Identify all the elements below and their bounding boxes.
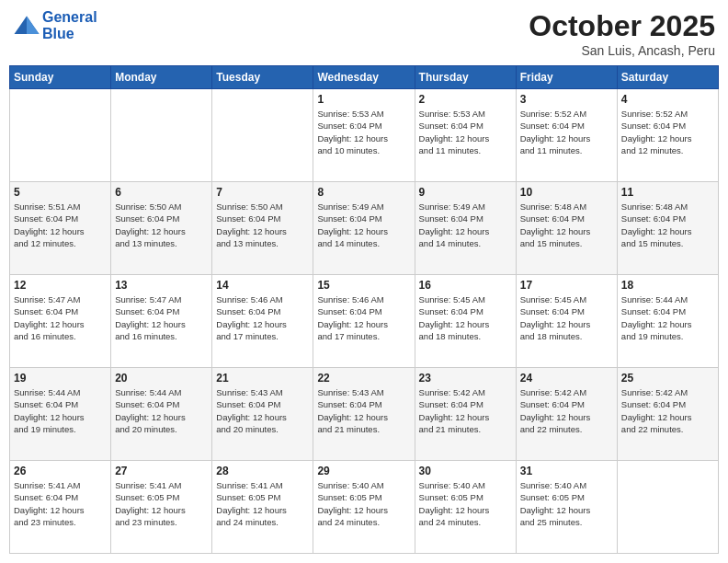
day-info: Sunrise: 5:46 AM Sunset: 6:04 PM Dayligh… — [317, 293, 410, 342]
calendar-cell: 21Sunrise: 5:43 AM Sunset: 6:04 PM Dayli… — [212, 368, 313, 461]
calendar-cell: 14Sunrise: 5:46 AM Sunset: 6:04 PM Dayli… — [212, 275, 313, 368]
calendar-cell: 8Sunrise: 5:49 AM Sunset: 6:04 PM Daylig… — [313, 182, 415, 275]
calendar-cell: 11Sunrise: 5:48 AM Sunset: 6:04 PM Dayli… — [617, 182, 718, 275]
calendar-cell: 19Sunrise: 5:44 AM Sunset: 6:04 PM Dayli… — [10, 368, 111, 461]
day-number: 4 — [621, 93, 714, 106]
day-info: Sunrise: 5:48 AM Sunset: 6:04 PM Dayligh… — [520, 201, 613, 249]
title-block: October 2025 San Luis, Ancash, Peru — [529, 9, 715, 58]
day-number: 20 — [115, 372, 208, 385]
day-info: Sunrise: 5:45 AM Sunset: 6:04 PM Dayligh… — [419, 293, 512, 342]
day-info: Sunrise: 5:49 AM Sunset: 6:04 PM Dayligh… — [317, 201, 410, 249]
calendar-cell: 23Sunrise: 5:42 AM Sunset: 6:04 PM Dayli… — [415, 368, 516, 461]
day-number: 8 — [317, 186, 410, 199]
day-info: Sunrise: 5:46 AM Sunset: 6:04 PM Dayligh… — [216, 293, 309, 342]
calendar-week-row: 5Sunrise: 5:51 AM Sunset: 6:04 PM Daylig… — [10, 182, 719, 275]
day-info: Sunrise: 5:44 AM Sunset: 6:04 PM Dayligh… — [115, 386, 208, 435]
logo-text-general: General — [42, 9, 97, 26]
calendar-header-row: SundayMondayTuesdayWednesdayThursdayFrid… — [10, 66, 719, 89]
day-info: Sunrise: 5:52 AM Sunset: 6:04 PM Dayligh… — [621, 108, 714, 156]
day-number: 29 — [317, 465, 410, 477]
calendar-week-row: 19Sunrise: 5:44 AM Sunset: 6:04 PM Dayli… — [10, 368, 719, 461]
calendar-cell: 18Sunrise: 5:44 AM Sunset: 6:04 PM Dayli… — [617, 275, 718, 368]
day-info: Sunrise: 5:40 AM Sunset: 6:05 PM Dayligh… — [317, 479, 410, 528]
calendar-cell: 2Sunrise: 5:53 AM Sunset: 6:04 PM Daylig… — [415, 89, 516, 182]
day-number: 15 — [317, 279, 410, 292]
calendar-week-row: 1Sunrise: 5:53 AM Sunset: 6:04 PM Daylig… — [10, 89, 719, 182]
calendar-cell: 30Sunrise: 5:40 AM Sunset: 6:05 PM Dayli… — [415, 461, 516, 554]
calendar-cell — [10, 89, 111, 182]
day-number: 16 — [419, 279, 512, 292]
weekday-header: Saturday — [617, 66, 718, 89]
calendar-cell: 25Sunrise: 5:42 AM Sunset: 6:04 PM Dayli… — [617, 368, 718, 461]
calendar-cell: 26Sunrise: 5:41 AM Sunset: 6:04 PM Dayli… — [10, 461, 111, 554]
calendar-cell: 17Sunrise: 5:45 AM Sunset: 6:04 PM Dayli… — [516, 275, 617, 368]
day-info: Sunrise: 5:42 AM Sunset: 6:04 PM Dayligh… — [621, 386, 714, 435]
calendar-cell: 24Sunrise: 5:42 AM Sunset: 6:04 PM Dayli… — [516, 368, 617, 461]
day-number: 10 — [520, 186, 613, 199]
calendar-cell: 16Sunrise: 5:45 AM Sunset: 6:04 PM Dayli… — [415, 275, 516, 368]
day-number: 1 — [317, 93, 410, 106]
logo-text-blue: Blue — [42, 26, 97, 42]
day-number: 31 — [520, 465, 613, 477]
day-info: Sunrise: 5:41 AM Sunset: 6:05 PM Dayligh… — [115, 479, 208, 528]
day-number: 28 — [216, 465, 309, 477]
weekday-header: Friday — [516, 66, 617, 89]
day-info: Sunrise: 5:49 AM Sunset: 6:04 PM Dayligh… — [419, 201, 512, 249]
calendar-cell — [212, 89, 313, 182]
calendar-cell — [617, 461, 718, 554]
calendar-cell: 1Sunrise: 5:53 AM Sunset: 6:04 PM Daylig… — [313, 89, 415, 182]
day-number: 27 — [115, 465, 208, 477]
calendar-cell: 13Sunrise: 5:47 AM Sunset: 6:04 PM Dayli… — [111, 275, 212, 368]
weekday-header: Tuesday — [212, 66, 313, 89]
day-number: 7 — [216, 186, 309, 199]
calendar-cell: 4Sunrise: 5:52 AM Sunset: 6:04 PM Daylig… — [617, 89, 718, 182]
calendar-cell: 10Sunrise: 5:48 AM Sunset: 6:04 PM Dayli… — [516, 182, 617, 275]
day-number: 13 — [115, 279, 208, 292]
day-info: Sunrise: 5:52 AM Sunset: 6:04 PM Dayligh… — [520, 108, 613, 156]
day-number: 25 — [621, 372, 714, 385]
calendar-cell: 29Sunrise: 5:40 AM Sunset: 6:05 PM Dayli… — [313, 461, 415, 554]
day-info: Sunrise: 5:44 AM Sunset: 6:04 PM Dayligh… — [14, 386, 107, 435]
calendar-cell: 3Sunrise: 5:52 AM Sunset: 6:04 PM Daylig… — [516, 89, 617, 182]
main-title: October 2025 — [529, 9, 715, 43]
weekday-header: Thursday — [415, 66, 516, 89]
calendar-cell: 31Sunrise: 5:40 AM Sunset: 6:05 PM Dayli… — [516, 461, 617, 554]
day-number: 26 — [14, 465, 107, 477]
day-info: Sunrise: 5:44 AM Sunset: 6:04 PM Dayligh… — [621, 293, 714, 342]
day-info: Sunrise: 5:53 AM Sunset: 6:04 PM Dayligh… — [419, 108, 512, 156]
calendar-cell: 5Sunrise: 5:51 AM Sunset: 6:04 PM Daylig… — [10, 182, 111, 275]
day-number: 2 — [419, 93, 512, 106]
calendar-week-row: 26Sunrise: 5:41 AM Sunset: 6:04 PM Dayli… — [10, 461, 719, 554]
day-number: 23 — [419, 372, 512, 385]
day-info: Sunrise: 5:50 AM Sunset: 6:04 PM Dayligh… — [216, 201, 309, 249]
day-info: Sunrise: 5:42 AM Sunset: 6:04 PM Dayligh… — [520, 386, 613, 435]
svg-marker-1 — [27, 16, 40, 34]
day-info: Sunrise: 5:40 AM Sunset: 6:05 PM Dayligh… — [520, 479, 613, 528]
day-info: Sunrise: 5:50 AM Sunset: 6:04 PM Dayligh… — [115, 201, 208, 249]
calendar-cell: 7Sunrise: 5:50 AM Sunset: 6:04 PM Daylig… — [212, 182, 313, 275]
day-number: 6 — [115, 186, 208, 199]
day-info: Sunrise: 5:41 AM Sunset: 6:04 PM Dayligh… — [14, 479, 107, 528]
calendar-cell: 12Sunrise: 5:47 AM Sunset: 6:04 PM Dayli… — [10, 275, 111, 368]
weekday-header: Sunday — [10, 66, 111, 89]
day-info: Sunrise: 5:41 AM Sunset: 6:05 PM Dayligh… — [216, 479, 309, 528]
day-number: 24 — [520, 372, 613, 385]
calendar-cell: 9Sunrise: 5:49 AM Sunset: 6:04 PM Daylig… — [415, 182, 516, 275]
day-number: 22 — [317, 372, 410, 385]
calendar-table: SundayMondayTuesdayWednesdayThursdayFrid… — [9, 65, 719, 554]
day-number: 11 — [621, 186, 714, 199]
day-number: 9 — [419, 186, 512, 199]
calendar-cell: 20Sunrise: 5:44 AM Sunset: 6:04 PM Dayli… — [111, 368, 212, 461]
page: General Blue October 2025 San Luis, Anca… — [0, 0, 728, 563]
day-number: 30 — [419, 465, 512, 477]
day-info: Sunrise: 5:45 AM Sunset: 6:04 PM Dayligh… — [520, 293, 613, 342]
day-info: Sunrise: 5:42 AM Sunset: 6:04 PM Dayligh… — [419, 386, 512, 435]
calendar-cell: 15Sunrise: 5:46 AM Sunset: 6:04 PM Dayli… — [313, 275, 415, 368]
day-info: Sunrise: 5:43 AM Sunset: 6:04 PM Dayligh… — [216, 386, 309, 435]
logo-icon — [13, 15, 40, 37]
day-number: 12 — [14, 279, 107, 292]
day-number: 21 — [216, 372, 309, 385]
day-info: Sunrise: 5:53 AM Sunset: 6:04 PM Dayligh… — [317, 108, 410, 156]
calendar-cell: 22Sunrise: 5:43 AM Sunset: 6:04 PM Dayli… — [313, 368, 415, 461]
day-info: Sunrise: 5:43 AM Sunset: 6:04 PM Dayligh… — [317, 386, 410, 435]
